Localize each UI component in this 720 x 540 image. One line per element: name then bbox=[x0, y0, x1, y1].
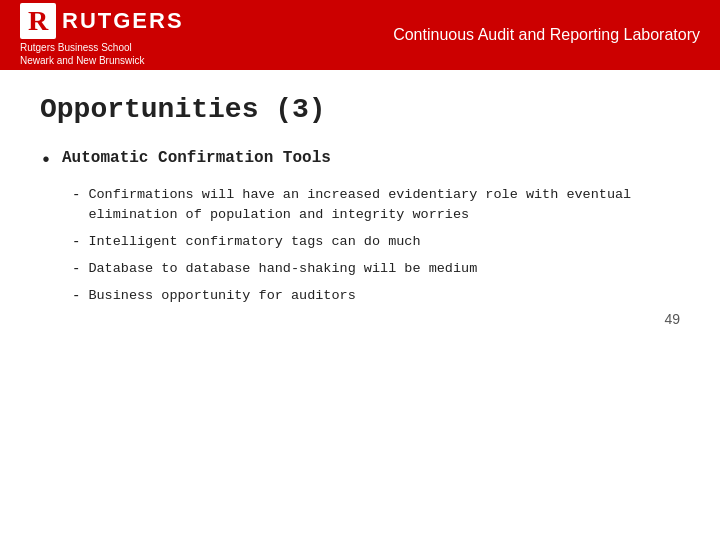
header: R RUTGERS Rutgers Business School Newark… bbox=[0, 0, 720, 70]
rutgers-subtitle: Rutgers Business School Newark and New B… bbox=[20, 41, 145, 67]
sub-bullet-text-2: Intelligent confirmatory tags can do muc… bbox=[88, 232, 420, 252]
sub-bullet-text-1: Confirmations will have an increased evi… bbox=[88, 185, 680, 226]
sub-bullet-text-4: Business opportunity for auditors bbox=[88, 286, 355, 306]
dash-icon-3: - bbox=[72, 259, 80, 280]
page-title: Opportunities (3) bbox=[40, 94, 680, 125]
logo-area: R RUTGERS Rutgers Business School Newark… bbox=[20, 3, 184, 67]
sub-bullet-text-3: Database to database hand-shaking will b… bbox=[88, 259, 477, 279]
list-item: - Business opportunity for auditors bbox=[72, 286, 680, 307]
rutgers-wordmark: R RUTGERS bbox=[20, 3, 184, 39]
main-bullet-text: Automatic Confirmation Tools bbox=[62, 149, 331, 167]
rutgers-logo: R RUTGERS Rutgers Business School Newark… bbox=[20, 3, 184, 67]
sub-bullets-list: - Confirmations will have an increased e… bbox=[72, 185, 680, 307]
main-bullet: • Automatic Confirmation Tools bbox=[40, 149, 680, 173]
rutgers-name: RUTGERS bbox=[62, 8, 184, 34]
list-item: - Database to database hand-shaking will… bbox=[72, 259, 680, 280]
header-title: Continuous Audit and Reporting Laborator… bbox=[393, 26, 700, 44]
dash-icon-2: - bbox=[72, 232, 80, 253]
bullet-section: • Automatic Confirmation Tools - Confirm… bbox=[40, 149, 680, 307]
main-content: Opportunities (3) • Automatic Confirmati… bbox=[0, 70, 720, 343]
page-number: 49 bbox=[664, 311, 680, 327]
dash-icon-1: - bbox=[72, 185, 80, 206]
list-item: - Intelligent confirmatory tags can do m… bbox=[72, 232, 680, 253]
list-item: - Confirmations will have an increased e… bbox=[72, 185, 680, 226]
dash-icon-4: - bbox=[72, 286, 80, 307]
bullet-icon: • bbox=[40, 149, 52, 173]
rutgers-r-icon: R bbox=[20, 3, 56, 39]
